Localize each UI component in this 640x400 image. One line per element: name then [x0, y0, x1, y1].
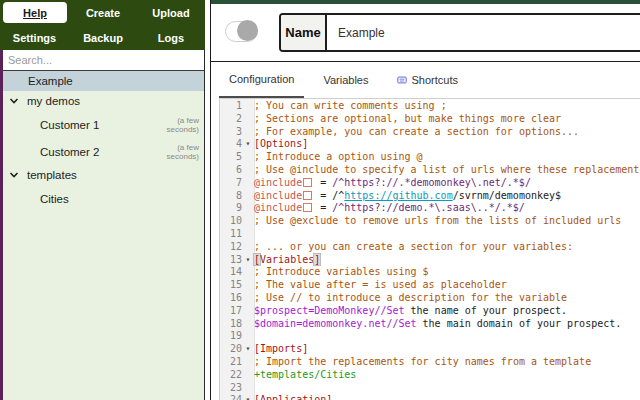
- sidebar-item-customer-1[interactable]: Customer 1(a few seconds): [0, 111, 204, 138]
- upload-button[interactable]: Upload: [137, 0, 205, 25]
- help-button[interactable]: Help: [3, 2, 67, 23]
- code-token: ; ... or you can create a section for yo…: [254, 241, 573, 252]
- line-number: 3: [220, 126, 242, 139]
- code-token: @include: [254, 177, 302, 188]
- name-field: Name: [279, 13, 640, 52]
- code-line[interactable]: 4▾[Options]: [220, 138, 640, 151]
- code-line[interactable]: 12; ... or you can create a section for …: [220, 241, 640, 254]
- code-text[interactable]: ; Use @include to specify a list of urls…: [254, 164, 640, 177]
- code-line[interactable]: 11: [220, 228, 640, 241]
- fold-marker-icon[interactable]: ▾: [242, 343, 254, 356]
- tab-shortcuts[interactable]: Shortcuts: [387, 62, 467, 98]
- code-text[interactable]: $domain=demomonkey.net//Set the main dom…: [254, 318, 640, 331]
- code-text[interactable]: [Imports]: [254, 343, 640, 356]
- backup-button[interactable]: Backup: [69, 25, 137, 50]
- code-line[interactable]: 14; Introduce variables using $: [220, 266, 640, 279]
- code-text[interactable]: ; Import the replacements for city names…: [254, 356, 640, 369]
- sidebar-item-example[interactable]: Example: [0, 71, 204, 91]
- code-line[interactable]: 24▾[Application]: [220, 394, 640, 400]
- code-line[interactable]: 20▾[Imports]: [220, 343, 640, 356]
- code-token: ; Use // to introduce a description for …: [254, 292, 567, 303]
- code-line[interactable]: 10; Use @exclude to remove urls from the…: [220, 215, 640, 228]
- left-accent-strip: [0, 50, 3, 400]
- code-line[interactable]: 19: [220, 330, 640, 343]
- code-text[interactable]: ; The value after = is used as placehold…: [254, 279, 640, 292]
- sidebar-item-templates[interactable]: templates: [0, 165, 204, 185]
- include-checkbox[interactable]: [303, 203, 312, 212]
- code-text[interactable]: +templates/Cities: [254, 369, 640, 382]
- search-box: [0, 50, 204, 71]
- sidebar-item-my-demos[interactable]: my demos: [0, 91, 204, 111]
- include-checkbox[interactable]: [303, 178, 312, 187]
- code-text[interactable]: [254, 382, 640, 395]
- code-line[interactable]: 16; Use // to introduce a description fo…: [220, 292, 640, 305]
- code-text[interactable]: ; Use // to introduce a description for …: [254, 292, 640, 305]
- code-text[interactable]: @include = /^https?://demo.*\.saas\..*/.…: [254, 202, 640, 215]
- code-text[interactable]: $prospect=DemoMonkey//Set the name of yo…: [254, 305, 640, 318]
- sidebar-item-customer-2[interactable]: Customer 2(a few seconds): [0, 138, 204, 165]
- fold-gutter: [242, 382, 254, 395]
- code-line[interactable]: 23: [220, 382, 640, 395]
- code-line[interactable]: 22+templates/Cities: [220, 369, 640, 382]
- fold-gutter: [242, 292, 254, 305]
- code-line[interactable]: 21; Import the replacements for city nam…: [220, 356, 640, 369]
- code-token: +templates/Cities: [254, 369, 356, 380]
- code-line[interactable]: 18$domain=demomonkey.net//Set the main d…: [220, 318, 640, 331]
- line-number: 4: [220, 138, 242, 151]
- chevron-down-icon[interactable]: [8, 95, 20, 107]
- code-token: ; Sections are optional, but make things…: [254, 113, 561, 124]
- code-line[interactable]: 15; The value after = is used as placeho…: [220, 279, 640, 292]
- code-line[interactable]: 2; Sections are optional, but make thing…: [220, 113, 640, 126]
- sidebar-item-cities[interactable]: Cities: [0, 185, 204, 212]
- code-token: Variables: [260, 254, 314, 265]
- fold-gutter: [242, 190, 254, 203]
- settings-button[interactable]: Settings: [0, 25, 69, 50]
- code-text[interactable]: ; Introduce a option using @: [254, 151, 640, 164]
- fold-marker-icon[interactable]: ▾: [242, 394, 254, 400]
- sidebar: Examplemy demosCustomer 1(a few seconds)…: [0, 50, 205, 400]
- fold-marker-icon[interactable]: ▾: [242, 138, 254, 151]
- logs-button[interactable]: Logs: [137, 25, 205, 50]
- code-token: /^https?://demo.*\.saas\..*/.*$/: [332, 202, 525, 213]
- code-text[interactable]: [Application]: [254, 394, 640, 400]
- code-line[interactable]: 3; For example, you can create a section…: [220, 126, 640, 139]
- code-editor[interactable]: 1; You can write comments using ;2; Sect…: [219, 98, 640, 400]
- code-line[interactable]: 17$prospect=DemoMonkey//Set the name of …: [220, 305, 640, 318]
- fold-marker-icon[interactable]: ▾: [242, 254, 254, 267]
- name-input[interactable]: [327, 15, 640, 50]
- code-token: ; Use @include to specify a list of urls…: [254, 164, 640, 175]
- code-token: ; The value after = is used as placehold…: [254, 279, 507, 290]
- code-line[interactable]: 6; Use @include to specify a list of url…: [220, 164, 640, 177]
- fold-gutter: [242, 330, 254, 343]
- code-text[interactable]: ; ... or you can create a section for yo…: [254, 241, 640, 254]
- code-text[interactable]: ; Use @exclude to remove urls from the l…: [254, 215, 640, 228]
- code-text[interactable]: ; You can write comments using ;: [254, 100, 640, 113]
- line-number: 22: [220, 369, 242, 382]
- code-line[interactable]: 8@include = /^https://github.com/svrnm/d…: [220, 190, 640, 203]
- code-text[interactable]: [Options]: [254, 138, 640, 151]
- tab-configuration[interactable]: Configuration: [219, 62, 304, 98]
- code-text[interactable]: ; For example, you can create a section …: [254, 126, 640, 139]
- sidebar-item-label: Customer 2: [0, 146, 99, 158]
- code-line[interactable]: 5; Introduce a option using @: [220, 151, 640, 164]
- code-text[interactable]: [254, 330, 640, 343]
- code-text[interactable]: @include = /^https?://.*demomonkey\.net/…: [254, 177, 640, 190]
- code-text[interactable]: ; Sections are optional, but make things…: [254, 113, 640, 126]
- code-text[interactable]: @include = /^https://github.com/svrnm/de…: [254, 190, 640, 203]
- chevron-down-icon[interactable]: [8, 169, 20, 181]
- code-text[interactable]: [Variables]: [254, 254, 640, 267]
- include-checkbox[interactable]: [303, 191, 312, 200]
- enable-toggle[interactable]: [225, 20, 258, 41]
- tab-shortcuts-label: Shortcuts: [411, 74, 457, 86]
- create-button[interactable]: Create: [69, 0, 137, 25]
- code-text[interactable]: [254, 228, 640, 241]
- code-line[interactable]: 1; You can write comments using ;: [220, 100, 640, 113]
- code-line[interactable]: 13▾[Variables]: [220, 254, 640, 267]
- line-number: 12: [220, 241, 242, 254]
- tab-variables[interactable]: Variables: [313, 62, 378, 98]
- line-number: 18: [220, 318, 242, 331]
- code-line[interactable]: 9@include = /^https?://demo.*\.saas\..*/…: [220, 202, 640, 215]
- code-text[interactable]: ; Introduce variables using $: [254, 266, 640, 279]
- search-input[interactable]: [0, 51, 204, 70]
- code-line[interactable]: 7@include = /^https?://.*demomonkey\.net…: [220, 177, 640, 190]
